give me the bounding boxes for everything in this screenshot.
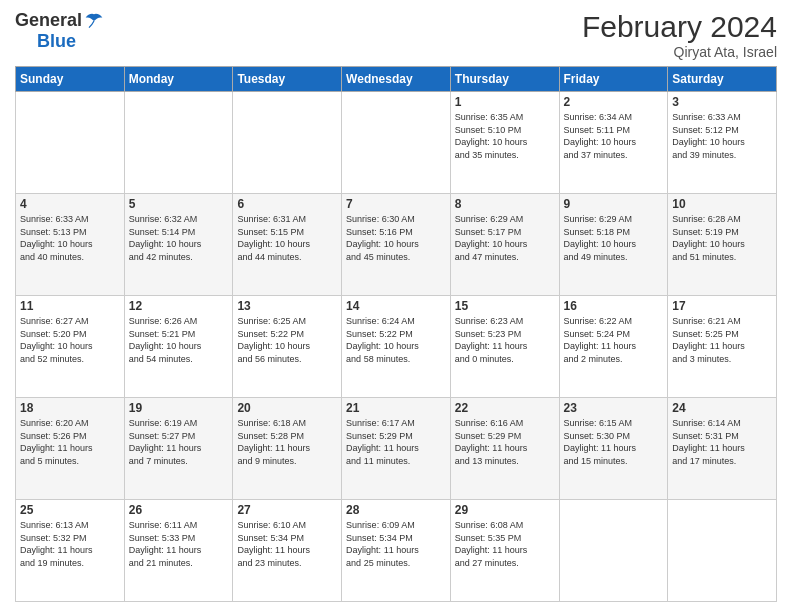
day-number: 28: [346, 503, 446, 517]
day-info: Sunrise: 6:25 AM Sunset: 5:22 PM Dayligh…: [237, 315, 337, 365]
weekday-header-tuesday: Tuesday: [233, 67, 342, 92]
day-number: 8: [455, 197, 555, 211]
day-number: 27: [237, 503, 337, 517]
day-cell: 7Sunrise: 6:30 AM Sunset: 5:16 PM Daylig…: [342, 194, 451, 296]
day-number: 1: [455, 95, 555, 109]
day-number: 18: [20, 401, 120, 415]
day-cell: [342, 92, 451, 194]
day-number: 3: [672, 95, 772, 109]
day-info: Sunrise: 6:10 AM Sunset: 5:34 PM Dayligh…: [237, 519, 337, 569]
day-number: 9: [564, 197, 664, 211]
day-cell: 22Sunrise: 6:16 AM Sunset: 5:29 PM Dayli…: [450, 398, 559, 500]
day-number: 29: [455, 503, 555, 517]
day-info: Sunrise: 6:33 AM Sunset: 5:13 PM Dayligh…: [20, 213, 120, 263]
day-info: Sunrise: 6:24 AM Sunset: 5:22 PM Dayligh…: [346, 315, 446, 365]
week-row-4: 18Sunrise: 6:20 AM Sunset: 5:26 PM Dayli…: [16, 398, 777, 500]
month-title: February 2024: [582, 10, 777, 44]
day-cell: [668, 500, 777, 602]
day-cell: 2Sunrise: 6:34 AM Sunset: 5:11 PM Daylig…: [559, 92, 668, 194]
day-cell: 11Sunrise: 6:27 AM Sunset: 5:20 PM Dayli…: [16, 296, 125, 398]
day-cell: [16, 92, 125, 194]
day-cell: 6Sunrise: 6:31 AM Sunset: 5:15 PM Daylig…: [233, 194, 342, 296]
day-info: Sunrise: 6:28 AM Sunset: 5:19 PM Dayligh…: [672, 213, 772, 263]
day-number: 5: [129, 197, 229, 211]
day-cell: [559, 500, 668, 602]
day-cell: 16Sunrise: 6:22 AM Sunset: 5:24 PM Dayli…: [559, 296, 668, 398]
week-row-2: 4Sunrise: 6:33 AM Sunset: 5:13 PM Daylig…: [16, 194, 777, 296]
day-number: 4: [20, 197, 120, 211]
logo-bird-icon: [84, 11, 104, 31]
day-info: Sunrise: 6:17 AM Sunset: 5:29 PM Dayligh…: [346, 417, 446, 467]
day-number: 23: [564, 401, 664, 415]
week-row-1: 1Sunrise: 6:35 AM Sunset: 5:10 PM Daylig…: [16, 92, 777, 194]
day-cell: 24Sunrise: 6:14 AM Sunset: 5:31 PM Dayli…: [668, 398, 777, 500]
day-number: 16: [564, 299, 664, 313]
day-info: Sunrise: 6:08 AM Sunset: 5:35 PM Dayligh…: [455, 519, 555, 569]
day-number: 24: [672, 401, 772, 415]
logo: General Blue: [15, 10, 104, 52]
day-cell: 15Sunrise: 6:23 AM Sunset: 5:23 PM Dayli…: [450, 296, 559, 398]
weekday-header-friday: Friday: [559, 67, 668, 92]
day-cell: [233, 92, 342, 194]
day-cell: 29Sunrise: 6:08 AM Sunset: 5:35 PM Dayli…: [450, 500, 559, 602]
day-cell: 9Sunrise: 6:29 AM Sunset: 5:18 PM Daylig…: [559, 194, 668, 296]
day-cell: 28Sunrise: 6:09 AM Sunset: 5:34 PM Dayli…: [342, 500, 451, 602]
calendar-page: General Blue February 2024 Qiryat Ata, I…: [0, 0, 792, 612]
day-info: Sunrise: 6:32 AM Sunset: 5:14 PM Dayligh…: [129, 213, 229, 263]
subtitle: Qiryat Ata, Israel: [582, 44, 777, 60]
day-number: 19: [129, 401, 229, 415]
day-info: Sunrise: 6:09 AM Sunset: 5:34 PM Dayligh…: [346, 519, 446, 569]
day-number: 21: [346, 401, 446, 415]
header: General Blue February 2024 Qiryat Ata, I…: [15, 10, 777, 60]
day-number: 20: [237, 401, 337, 415]
day-number: 26: [129, 503, 229, 517]
header-row: SundayMondayTuesdayWednesdayThursdayFrid…: [16, 67, 777, 92]
calendar-table: SundayMondayTuesdayWednesdayThursdayFrid…: [15, 66, 777, 602]
weekday-header-wednesday: Wednesday: [342, 67, 451, 92]
day-cell: 14Sunrise: 6:24 AM Sunset: 5:22 PM Dayli…: [342, 296, 451, 398]
day-cell: 5Sunrise: 6:32 AM Sunset: 5:14 PM Daylig…: [124, 194, 233, 296]
day-number: 11: [20, 299, 120, 313]
day-info: Sunrise: 6:22 AM Sunset: 5:24 PM Dayligh…: [564, 315, 664, 365]
day-cell: [124, 92, 233, 194]
day-number: 10: [672, 197, 772, 211]
day-cell: 26Sunrise: 6:11 AM Sunset: 5:33 PM Dayli…: [124, 500, 233, 602]
week-row-3: 11Sunrise: 6:27 AM Sunset: 5:20 PM Dayli…: [16, 296, 777, 398]
day-info: Sunrise: 6:18 AM Sunset: 5:28 PM Dayligh…: [237, 417, 337, 467]
logo-text: General: [15, 10, 104, 31]
weekday-header-sunday: Sunday: [16, 67, 125, 92]
day-number: 12: [129, 299, 229, 313]
day-info: Sunrise: 6:33 AM Sunset: 5:12 PM Dayligh…: [672, 111, 772, 161]
day-info: Sunrise: 6:11 AM Sunset: 5:33 PM Dayligh…: [129, 519, 229, 569]
day-cell: 12Sunrise: 6:26 AM Sunset: 5:21 PM Dayli…: [124, 296, 233, 398]
day-cell: 8Sunrise: 6:29 AM Sunset: 5:17 PM Daylig…: [450, 194, 559, 296]
weekday-header-monday: Monday: [124, 67, 233, 92]
day-cell: 25Sunrise: 6:13 AM Sunset: 5:32 PM Dayli…: [16, 500, 125, 602]
title-area: February 2024 Qiryat Ata, Israel: [582, 10, 777, 60]
day-info: Sunrise: 6:20 AM Sunset: 5:26 PM Dayligh…: [20, 417, 120, 467]
day-number: 2: [564, 95, 664, 109]
week-row-5: 25Sunrise: 6:13 AM Sunset: 5:32 PM Dayli…: [16, 500, 777, 602]
day-info: Sunrise: 6:30 AM Sunset: 5:16 PM Dayligh…: [346, 213, 446, 263]
day-info: Sunrise: 6:27 AM Sunset: 5:20 PM Dayligh…: [20, 315, 120, 365]
day-cell: 1Sunrise: 6:35 AM Sunset: 5:10 PM Daylig…: [450, 92, 559, 194]
day-info: Sunrise: 6:21 AM Sunset: 5:25 PM Dayligh…: [672, 315, 772, 365]
day-info: Sunrise: 6:35 AM Sunset: 5:10 PM Dayligh…: [455, 111, 555, 161]
day-cell: 13Sunrise: 6:25 AM Sunset: 5:22 PM Dayli…: [233, 296, 342, 398]
day-info: Sunrise: 6:13 AM Sunset: 5:32 PM Dayligh…: [20, 519, 120, 569]
day-number: 6: [237, 197, 337, 211]
day-cell: 23Sunrise: 6:15 AM Sunset: 5:30 PM Dayli…: [559, 398, 668, 500]
day-number: 7: [346, 197, 446, 211]
day-info: Sunrise: 6:34 AM Sunset: 5:11 PM Dayligh…: [564, 111, 664, 161]
weekday-header-saturday: Saturday: [668, 67, 777, 92]
day-info: Sunrise: 6:31 AM Sunset: 5:15 PM Dayligh…: [237, 213, 337, 263]
day-cell: 4Sunrise: 6:33 AM Sunset: 5:13 PM Daylig…: [16, 194, 125, 296]
logo-general-text: General: [15, 10, 82, 31]
day-number: 13: [237, 299, 337, 313]
weekday-header-thursday: Thursday: [450, 67, 559, 92]
day-cell: 27Sunrise: 6:10 AM Sunset: 5:34 PM Dayli…: [233, 500, 342, 602]
day-number: 22: [455, 401, 555, 415]
day-cell: 3Sunrise: 6:33 AM Sunset: 5:12 PM Daylig…: [668, 92, 777, 194]
day-info: Sunrise: 6:16 AM Sunset: 5:29 PM Dayligh…: [455, 417, 555, 467]
day-number: 17: [672, 299, 772, 313]
